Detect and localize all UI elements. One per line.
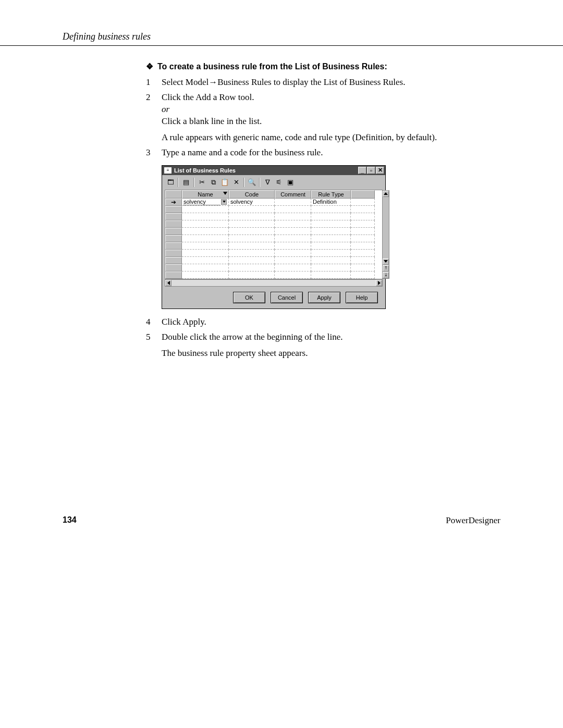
step-number: 5 bbox=[146, 331, 162, 360]
row-selector-header[interactable] bbox=[165, 190, 182, 199]
step-5-line1: Double click the arrow at the beginning … bbox=[162, 331, 500, 343]
dialog-button-row: OK Cancel Apply Help bbox=[162, 288, 385, 309]
procedure-title: ❖To create a business rule from the List… bbox=[146, 61, 500, 71]
find-icon[interactable]: 🔍 bbox=[247, 177, 257, 188]
step-2-result: A rule appears with generic name, code a… bbox=[162, 132, 500, 144]
table-row[interactable]: ➔ solvency solvency Definition bbox=[165, 199, 382, 206]
procedure-title-text: To create a business rule from the List … bbox=[157, 62, 387, 71]
step-number: 3 bbox=[146, 147, 162, 159]
table-row[interactable] bbox=[165, 228, 382, 235]
rules-grid[interactable]: Name Code Comment Rule Type ➔ solvency s… bbox=[165, 190, 383, 279]
ok-button[interactable]: OK bbox=[233, 292, 265, 303]
cell-name-value[interactable]: solvency bbox=[183, 199, 220, 205]
step-body: Select Model→Business Rules to display t… bbox=[162, 77, 500, 89]
current-row-arrow-icon: ➔ bbox=[171, 199, 176, 205]
step-body: Click Apply. bbox=[162, 316, 500, 328]
step-5-result: The business rule property sheet appears… bbox=[162, 348, 500, 360]
scroll-left-icon[interactable] bbox=[165, 280, 172, 286]
help-button[interactable]: Help bbox=[346, 292, 378, 303]
col-extra bbox=[351, 190, 375, 199]
apply-button[interactable]: Apply bbox=[308, 292, 340, 303]
sort-icon[interactable]: ⚟ bbox=[274, 177, 284, 188]
cell-comment[interactable] bbox=[275, 199, 311, 206]
content-area: ❖To create a business rule from the List… bbox=[0, 61, 563, 359]
step-3: 3 Type a name and a code for the busines… bbox=[146, 147, 500, 159]
step-5: 5 Double click the arrow at the beginnin… bbox=[146, 331, 500, 360]
cell-name[interactable]: solvency bbox=[182, 199, 229, 206]
cancel-button[interactable]: Cancel bbox=[271, 292, 303, 303]
dialog-title: List of Business Rules bbox=[174, 167, 236, 174]
table-row[interactable] bbox=[165, 220, 382, 228]
table-row[interactable] bbox=[165, 250, 382, 257]
dialog-icon: ≡ bbox=[164, 167, 172, 174]
step-body: Click the Add a Row tool. or Click a bla… bbox=[162, 92, 500, 144]
horizontal-scrollbar[interactable] bbox=[165, 279, 383, 287]
step-body: Double click the arrow at the beginning … bbox=[162, 331, 500, 360]
step-2: 2 Click the Add a Row tool. or Click a b… bbox=[146, 92, 500, 144]
step-body: Type a name and a code for the business … bbox=[162, 147, 500, 159]
scroll-right-icon[interactable] bbox=[376, 280, 382, 286]
step-number: 1 bbox=[146, 77, 162, 89]
filter-icon[interactable]: ∇ bbox=[262, 177, 273, 188]
dialog-toolbar: 🗔 ▤ ✂ ⧉ 📋 ✕ 🔍 ∇ ⚟ ▣ bbox=[162, 175, 385, 190]
step-number: 2 bbox=[146, 92, 162, 144]
name-dropdown-icon[interactable] bbox=[221, 199, 227, 205]
step-2-line2: Click a blank line in the list. bbox=[162, 116, 500, 128]
properties-icon[interactable]: 🗔 bbox=[165, 177, 176, 188]
delete-icon[interactable]: ✕ bbox=[231, 177, 241, 188]
table-row[interactable] bbox=[165, 213, 382, 220]
dialog-screenshot: ≡ List of Business Rules _ ▫ ✕ 🗔 ▤ ✂ ⧉ 📋… bbox=[162, 165, 386, 309]
scroll-bottom-icon[interactable]: ⤓ bbox=[383, 272, 389, 278]
cell-extra bbox=[351, 199, 375, 206]
row-indicator[interactable]: ➔ bbox=[165, 199, 182, 206]
col-name[interactable]: Name bbox=[182, 190, 229, 199]
grid-header-row: Name Code Comment Rule Type bbox=[165, 190, 382, 199]
dialog-titlebar[interactable]: ≡ List of Business Rules _ ▫ ✕ bbox=[162, 166, 385, 175]
table-row[interactable] bbox=[165, 206, 382, 213]
scroll-top-icon[interactable]: ⤒ bbox=[383, 265, 389, 272]
procedure-steps-cont: 4 Click Apply. 5 Double click the arrow … bbox=[146, 316, 500, 360]
table-row[interactable] bbox=[165, 272, 382, 279]
cell-code[interactable]: solvency bbox=[229, 199, 275, 206]
sort-indicator-icon bbox=[223, 192, 227, 195]
cell-ruletype[interactable]: Definition bbox=[311, 199, 351, 206]
cut-icon[interactable]: ✂ bbox=[197, 177, 207, 188]
minimize-button[interactable]: _ bbox=[358, 167, 366, 174]
close-button[interactable]: ✕ bbox=[376, 167, 384, 174]
col-ruletype[interactable]: Rule Type bbox=[311, 190, 351, 199]
maximize-button[interactable]: ▫ bbox=[367, 167, 375, 174]
customize-icon[interactable]: ▣ bbox=[285, 177, 296, 188]
table-row[interactable] bbox=[165, 264, 382, 272]
table-row[interactable] bbox=[165, 257, 382, 264]
running-head: Defining business rules bbox=[0, 31, 563, 46]
product-name: PowerDesigner bbox=[446, 515, 500, 526]
step-2-line1: Click the Add a Row tool. bbox=[162, 92, 500, 104]
step-4: 4 Click Apply. bbox=[146, 316, 500, 328]
table-row[interactable] bbox=[165, 235, 382, 242]
paste-icon[interactable]: 📋 bbox=[219, 177, 230, 188]
step-2-or: or bbox=[162, 104, 500, 116]
scroll-up-icon[interactable] bbox=[383, 191, 389, 197]
step-1: 1 Select Model→Business Rules to display… bbox=[146, 77, 500, 89]
col-comment[interactable]: Comment bbox=[275, 190, 311, 199]
page-number: 134 bbox=[63, 515, 77, 526]
procedure-steps: 1 Select Model→Business Rules to display… bbox=[146, 77, 500, 159]
diamond-icon: ❖ bbox=[146, 62, 153, 71]
add-row-icon[interactable]: ▤ bbox=[181, 177, 191, 188]
vertical-scrollbar[interactable]: ⤒ ⤓ bbox=[382, 190, 389, 279]
col-code[interactable]: Code bbox=[229, 190, 275, 199]
page-footer: 134 PowerDesigner bbox=[0, 515, 563, 526]
scroll-down-icon[interactable] bbox=[383, 258, 389, 265]
table-row[interactable] bbox=[165, 242, 382, 250]
step-number: 4 bbox=[146, 316, 162, 328]
copy-icon[interactable]: ⧉ bbox=[208, 177, 218, 188]
